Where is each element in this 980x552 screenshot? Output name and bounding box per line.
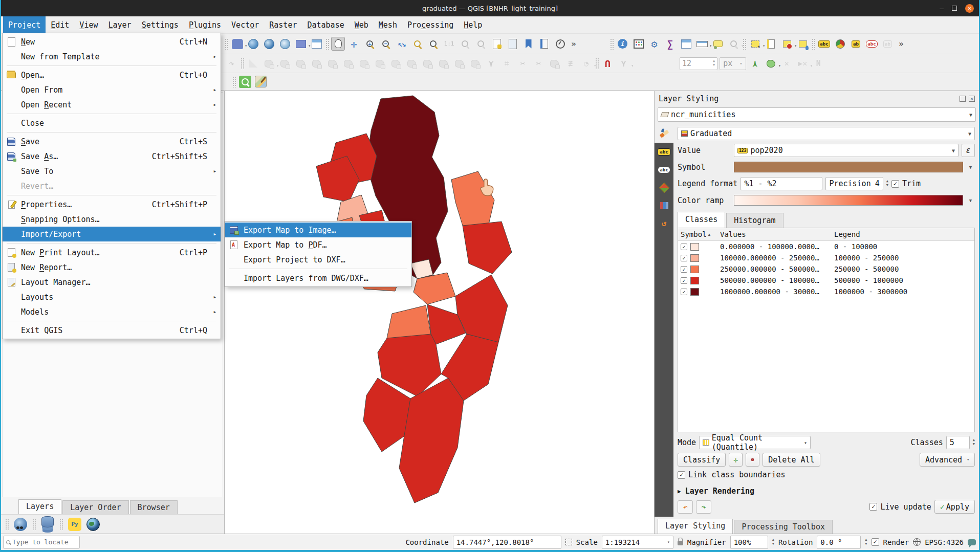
enable-tracing-icon[interactable]: ⋎▾ xyxy=(617,57,630,71)
db-manager-icon[interactable] xyxy=(41,516,54,527)
zoom-out-icon[interactable]: − xyxy=(379,37,393,51)
menubar-project[interactable]: Project xyxy=(3,16,46,33)
class-row[interactable]: ✓500000.000000 - 100000…500000 - 1000000 xyxy=(678,275,974,286)
menubar-raster[interactable]: Raster xyxy=(264,16,302,33)
classes-table-header[interactable]: Symbol▲ Values Legend xyxy=(678,228,974,241)
coordinate-input[interactable]: 14.7447°,120.8018° xyxy=(453,536,561,549)
legend-format-input[interactable]: %1 - %2 xyxy=(741,177,822,190)
menubar-web[interactable]: Web xyxy=(350,16,374,33)
style-undo-button[interactable]: ↶ xyxy=(678,500,693,514)
lock-icon[interactable] xyxy=(678,541,683,545)
menu-item-properties[interactable]: Properties…Ctrl+Shift+P xyxy=(3,197,221,212)
symbology-tab[interactable] xyxy=(655,125,673,143)
stroke-unit-combo[interactable]: px▾ xyxy=(720,57,746,70)
map-tips-icon[interactable] xyxy=(711,37,725,51)
cad-tools-icon[interactable] xyxy=(246,57,260,71)
redo-icon[interactable]: ↷ xyxy=(225,57,238,71)
zoom-in-icon[interactable]: + xyxy=(363,37,377,51)
fill-ring-icon[interactable] xyxy=(548,57,561,71)
collapsed-arrow-icon[interactable]: ▶ xyxy=(678,488,681,495)
menu-item-new-report[interactable]: New Report… xyxy=(3,260,221,275)
renderer-combo[interactable]: Graduated ▼ xyxy=(678,127,975,140)
messages-icon[interactable] xyxy=(968,539,976,545)
toolbar-grip[interactable] xyxy=(225,38,228,50)
advanced-button[interactable]: Advanced ▾ xyxy=(920,453,975,467)
menu-item-snapping-options[interactable]: Snapping Options… xyxy=(3,212,221,227)
labels-tab[interactable]: abc xyxy=(655,143,673,161)
toolbar-grip[interactable] xyxy=(610,38,614,50)
menu-item-revert[interactable]: Revert… xyxy=(3,179,221,193)
menu-item-save[interactable]: SaveCtrl+S xyxy=(3,134,221,149)
color-ramp-button[interactable] xyxy=(734,195,963,206)
add-class-button[interactable]: ✛ xyxy=(729,453,743,467)
add-wcs-layer-icon[interactable] xyxy=(262,37,276,51)
move-label-icon[interactable]: ab xyxy=(849,37,863,51)
zoom-to-selection-icon[interactable] xyxy=(410,37,424,51)
view-3d-tab[interactable] xyxy=(655,179,673,196)
locator-input[interactable] xyxy=(12,538,73,546)
magnifier-spinner-arrows[interactable]: ▲▼ xyxy=(772,538,774,546)
split-features-icon[interactable]: ⋎ xyxy=(484,57,498,71)
link-boundaries-checkbox[interactable]: ✓ xyxy=(678,471,685,479)
add-wfs-layer-icon[interactable] xyxy=(278,37,292,51)
menubar-view[interactable]: View xyxy=(74,16,103,33)
masks-tab[interactable]: abc xyxy=(655,161,673,179)
class-row[interactable]: ✓1000000.000000 - 30000…1000000 - 300000… xyxy=(678,286,974,297)
new-spatial-bookmark-icon[interactable] xyxy=(521,37,535,51)
menu-item-open-from[interactable]: Open From▸ xyxy=(3,82,221,97)
zoom-last-icon[interactable] xyxy=(458,37,472,51)
classify-button[interactable]: Classify xyxy=(678,453,726,467)
class-visibility-checkbox[interactable]: ✓ xyxy=(681,255,687,261)
trim-extend-icon[interactable]: ◔▾ xyxy=(579,57,593,71)
measure-line-icon[interactable]: ▾ xyxy=(695,37,709,51)
classes-count-input[interactable]: 5 xyxy=(946,436,970,449)
statistical-summary-icon[interactable]: ∑ xyxy=(663,37,677,51)
class-color-swatch[interactable] xyxy=(690,243,699,251)
select-features-icon[interactable]: ▾ xyxy=(748,37,762,51)
toolbar-grip[interactable] xyxy=(5,519,9,530)
pan-map-icon[interactable] xyxy=(331,37,345,51)
delete-selected-icon[interactable] xyxy=(389,57,403,71)
class-color-swatch[interactable] xyxy=(690,277,699,284)
new-3d-map-view-icon[interactable] xyxy=(506,37,519,51)
toolbar-overflow-right[interactable]: » xyxy=(897,39,906,49)
toolbar-overflow-left[interactable]: » xyxy=(569,39,578,49)
copy-features-icon[interactable] xyxy=(421,57,434,71)
menubar-layer[interactable]: Layer xyxy=(103,16,136,33)
select-arrow-icon[interactable]: ▶✕▾ xyxy=(796,57,810,71)
toolbar-grip[interactable] xyxy=(232,76,236,87)
menu-item-close[interactable]: Close xyxy=(3,116,221,130)
menubar-processing[interactable]: Processing xyxy=(402,16,459,33)
spinner-arrows[interactable]: ▲▼ xyxy=(886,180,888,187)
magnifier-input[interactable]: 100% xyxy=(730,536,768,549)
shape-digitizing-icon[interactable]: ▾ xyxy=(764,57,778,71)
cut-features-icon[interactable] xyxy=(405,57,419,71)
apply-button[interactable]: ✓ Apply xyxy=(934,500,975,514)
close-button[interactable]: × xyxy=(965,4,974,13)
menubar-vector[interactable]: Vector xyxy=(226,16,264,33)
toolbar-grip[interactable] xyxy=(325,38,329,50)
rotation-input[interactable]: 0.0 ° xyxy=(817,536,861,549)
menu-item-layouts[interactable]: Layouts▸ xyxy=(3,290,221,304)
toolbar-grip[interactable] xyxy=(59,519,63,530)
history-tab[interactable]: ↺ xyxy=(655,214,673,232)
symbol-dropdown[interactable]: ▼ xyxy=(966,161,975,173)
diagrams-tab[interactable] xyxy=(655,196,673,214)
add-wms-layer-icon[interactable] xyxy=(246,37,260,51)
quickmapservices-search-icon[interactable] xyxy=(238,75,252,89)
toolbar-grip[interactable] xyxy=(32,519,36,530)
add-delimited-text-layer-icon[interactable] xyxy=(310,37,323,51)
tab-classes[interactable]: Classes xyxy=(678,212,725,228)
classes-spinner-arrows[interactable]: ▲▼ xyxy=(973,438,975,446)
zoom-next-icon[interactable] xyxy=(474,37,488,51)
deselect-x-icon[interactable]: ✕ xyxy=(780,57,794,71)
save-layer-edits-icon[interactable] xyxy=(278,57,292,71)
show-bookmarks-icon[interactable] xyxy=(537,37,551,51)
menu-item-new-from-template[interactable]: New from Template▸ xyxy=(3,49,221,64)
class-row[interactable]: ✓0.000000 - 100000.0000…0 - 100000 xyxy=(678,241,974,252)
scale-combo[interactable]: 1:193214 ▾ xyxy=(602,536,673,549)
stroke-width-spinner[interactable]: 12▲▼ xyxy=(680,57,717,70)
field-calculator-icon[interactable] xyxy=(631,37,645,51)
tab-processing-toolbox[interactable]: Processing Toolbox xyxy=(734,520,833,534)
metasearch-icon[interactable] xyxy=(14,518,27,531)
